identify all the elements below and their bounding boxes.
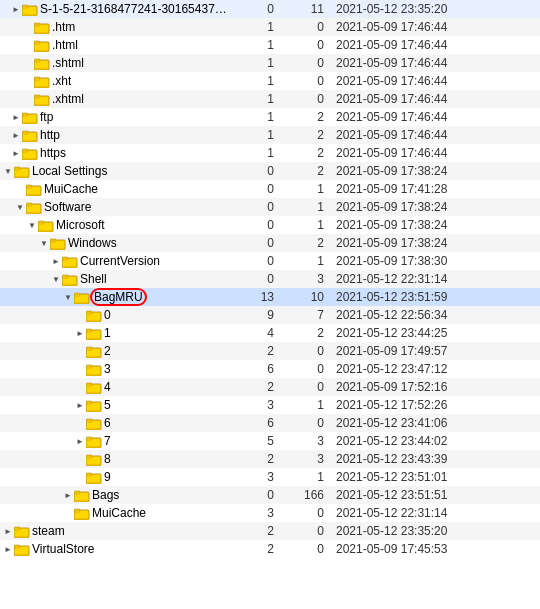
folder-name-label: 1: [104, 326, 111, 340]
col1-value: 2: [230, 542, 280, 556]
col1-value: 1: [230, 110, 280, 124]
svg-rect-79: [86, 473, 92, 476]
col2-value: 0: [280, 362, 330, 376]
collapse-arrow-icon[interactable]: ►: [74, 435, 86, 447]
svg-rect-22: [22, 131, 28, 134]
date-value: 2021-05-09 17:38:24: [330, 200, 480, 214]
svg-rect-25: [22, 149, 28, 152]
collapse-arrow-icon[interactable]: ►: [62, 489, 74, 501]
tree-row[interactable]: ► https122021-05-09 17:46:44: [0, 144, 540, 162]
tree-row[interactable]: ▼ Shell032021-05-12 22:31:14: [0, 270, 540, 288]
tree-row[interactable]: ► steam202021-05-12 23:35:20: [0, 522, 540, 540]
date-value: 2021-05-09 17:46:44: [330, 56, 480, 70]
col1-value: 6: [230, 416, 280, 430]
col2-value: 0: [280, 74, 330, 88]
folder-name-label: MuiCache: [92, 506, 146, 520]
svg-rect-64: [86, 383, 92, 386]
date-value: 2021-05-12 23:44:25: [330, 326, 480, 340]
tree-row[interactable]: 2202021-05-09 17:49:57: [0, 342, 540, 360]
col2-value: 2: [280, 110, 330, 124]
folder-icon: [86, 345, 102, 358]
tree-row[interactable]: ► ftp122021-05-09 17:46:44: [0, 108, 540, 126]
folder-icon: [34, 93, 50, 106]
tree-row[interactable]: ► CurrentVersion012021-05-09 17:38:30: [0, 252, 540, 270]
collapse-arrow-icon[interactable]: ▼: [50, 273, 62, 285]
collapse-arrow-icon[interactable]: ►: [50, 255, 62, 267]
date-value: 2021-05-12 23:35:20: [330, 524, 480, 538]
col1-value: 1: [230, 146, 280, 160]
folder-icon: [86, 381, 102, 394]
collapse-arrow-icon[interactable]: ▼: [14, 201, 26, 213]
svg-rect-10: [34, 59, 40, 62]
tree-row[interactable]: .htm102021-05-09 17:46:44: [0, 18, 540, 36]
date-value: 2021-05-12 22:56:34: [330, 308, 480, 322]
tree-row[interactable]: ► http122021-05-09 17:46:44: [0, 126, 540, 144]
svg-rect-31: [26, 185, 32, 188]
registry-tree: ► S-1-5-21-3168477241-30165437687-329...…: [0, 0, 540, 558]
svg-rect-40: [50, 239, 56, 242]
tree-row[interactable]: ► 5312021-05-12 17:52:26: [0, 396, 540, 414]
date-value: 2021-05-12 23:41:06: [330, 416, 480, 430]
no-arrow-spacer: [14, 183, 26, 195]
name-cell: ► http: [0, 128, 230, 142]
tree-row[interactable]: 4202021-05-09 17:52:16: [0, 378, 540, 396]
collapse-arrow-icon[interactable]: ►: [74, 327, 86, 339]
collapse-arrow-icon[interactable]: ►: [2, 543, 14, 555]
tree-row[interactable]: ► 1422021-05-12 23:44:25: [0, 324, 540, 342]
folder-name-label: 5: [104, 398, 111, 412]
col1-value: 1: [230, 56, 280, 70]
no-arrow-spacer: [74, 453, 86, 465]
tree-row[interactable]: .shtml102021-05-09 17:46:44: [0, 54, 540, 72]
collapse-arrow-icon[interactable]: ►: [10, 147, 22, 159]
tree-row[interactable]: .html102021-05-09 17:46:44: [0, 36, 540, 54]
name-cell: ► 5: [0, 398, 230, 412]
col1-value: 0: [230, 254, 280, 268]
date-value: 2021-05-12 23:47:12: [330, 362, 480, 376]
collapse-arrow-icon[interactable]: ►: [10, 111, 22, 123]
col2-value: 0: [280, 20, 330, 34]
folder-icon: [34, 57, 50, 70]
folder-icon: [62, 273, 78, 286]
collapse-arrow-icon[interactable]: ▼: [26, 219, 38, 231]
col2-value: 11: [280, 2, 330, 16]
tree-row[interactable]: ▼ Microsoft012021-05-09 17:38:24: [0, 216, 540, 234]
col1-value: 0: [230, 488, 280, 502]
tree-row[interactable]: 8232021-05-12 23:43:39: [0, 450, 540, 468]
svg-rect-46: [62, 275, 68, 278]
tree-row[interactable]: ▼ Software012021-05-09 17:38:24: [0, 198, 540, 216]
tree-row[interactable]: 3602021-05-12 23:47:12: [0, 360, 540, 378]
folder-icon: [74, 507, 90, 520]
tree-row[interactable]: ▼ Windows022021-05-09 17:38:24: [0, 234, 540, 252]
tree-row[interactable]: MuiCache012021-05-09 17:41:28: [0, 180, 540, 198]
svg-rect-73: [86, 437, 92, 440]
date-value: 2021-05-12 23:43:39: [330, 452, 480, 466]
collapse-arrow-icon[interactable]: ▼: [62, 291, 74, 303]
tree-row[interactable]: .xhtml102021-05-09 17:46:44: [0, 90, 540, 108]
tree-row[interactable]: ► Bags01662021-05-12 23:51:51: [0, 486, 540, 504]
tree-row[interactable]: 0972021-05-12 22:56:34: [0, 306, 540, 324]
tree-row[interactable]: ▼ Local Settings022021-05-09 17:38:24: [0, 162, 540, 180]
tree-row[interactable]: ▼ BagMRU13102021-05-12 23:51:59: [0, 288, 540, 306]
svg-rect-52: [86, 311, 92, 314]
collapse-arrow-icon[interactable]: ►: [10, 129, 22, 141]
tree-row[interactable]: ► 7532021-05-12 23:44:02: [0, 432, 540, 450]
col2-value: 1: [280, 182, 330, 196]
collapse-arrow-icon[interactable]: ▼: [38, 237, 50, 249]
folder-name-label: 7: [104, 434, 111, 448]
tree-row[interactable]: ► VirtualStore202021-05-09 17:45:53: [0, 540, 540, 558]
collapse-arrow-icon[interactable]: ►: [74, 399, 86, 411]
col1-value: 1: [230, 20, 280, 34]
name-cell: ► 7: [0, 434, 230, 448]
collapse-arrow-icon[interactable]: ▼: [2, 165, 14, 177]
tree-row[interactable]: 9312021-05-12 23:51:01: [0, 468, 540, 486]
col2-value: 7: [280, 308, 330, 322]
tree-row[interactable]: ► S-1-5-21-3168477241-30165437687-329...…: [0, 0, 540, 18]
tree-row[interactable]: 6602021-05-12 23:41:06: [0, 414, 540, 432]
tree-row[interactable]: MuiCache302021-05-12 22:31:14: [0, 504, 540, 522]
tree-row[interactable]: .xht102021-05-09 17:46:44: [0, 72, 540, 90]
collapse-arrow-icon[interactable]: ►: [10, 3, 22, 15]
col2-value: 0: [280, 542, 330, 556]
collapse-arrow-icon[interactable]: ►: [2, 525, 14, 537]
no-arrow-spacer: [22, 75, 34, 87]
folder-name-label: ftp: [40, 110, 53, 124]
